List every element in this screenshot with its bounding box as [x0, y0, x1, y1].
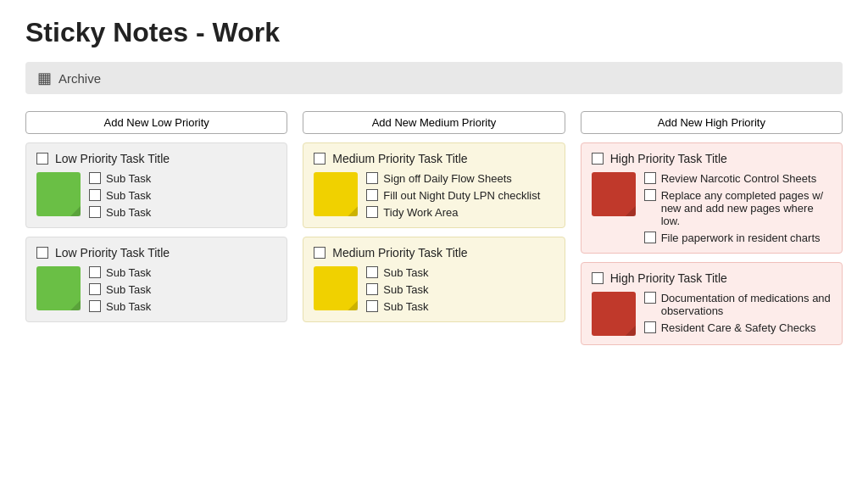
task-checkbox[interactable]	[36, 153, 48, 165]
task-title: Low Priority Task Title	[55, 152, 170, 165]
task-title-row: Medium Priority Task Title	[314, 246, 554, 260]
add-medium-priority-button[interactable]: Add New Medium Priority	[303, 111, 565, 134]
task-card: Medium Priority Task Title Sign off Dail…	[303, 142, 565, 228]
subtask-checkbox[interactable]	[366, 283, 378, 295]
subtask-label: Sub Task	[106, 189, 151, 202]
task-title: High Priority Task Title	[610, 152, 727, 165]
list-item: Review Narcotic Control Sheets	[644, 172, 832, 185]
subtask-list: Sub Task Sub Task Sub Task	[89, 266, 276, 313]
task-title-row: Low Priority Task Title	[36, 152, 276, 165]
task-checkbox[interactable]	[314, 247, 326, 259]
list-item: Resident Care & Safety Checks	[644, 321, 832, 334]
subtask-label: Sub Task	[383, 300, 428, 313]
sticky-note-yellow	[314, 266, 358, 310]
task-card: Low Priority Task Title Sub Task Sub Tas…	[25, 237, 287, 322]
subtask-checkbox[interactable]	[366, 266, 378, 278]
subtask-checkbox[interactable]	[366, 300, 378, 312]
list-item: Sub Task	[89, 206, 276, 219]
list-item: Sign off Daily Flow Sheets	[366, 172, 554, 185]
subtask-label: File paperwork in resident charts	[661, 232, 821, 244]
task-body: Sub Task Sub Task Sub Task	[314, 266, 554, 313]
subtask-list: Review Narcotic Control Sheets Replace a…	[644, 172, 832, 244]
subtask-label: Sub Task	[383, 283, 428, 296]
subtask-checkbox[interactable]	[89, 206, 101, 218]
list-item: Replace any completed pages w/ new and a…	[644, 189, 832, 227]
subtask-list: Sign off Daily Flow Sheets Fill out Nigh…	[366, 172, 554, 219]
subtask-checkbox[interactable]	[644, 172, 656, 184]
subtask-label: Sign off Daily Flow Sheets	[383, 172, 512, 185]
subtask-label: Documentation of medications and observa…	[661, 292, 832, 317]
page-container: Sticky Notes - Work ▦ Archive Add New Lo…	[0, 0, 868, 480]
subtask-checkbox[interactable]	[644, 232, 656, 243]
task-title: High Priority Task Title	[610, 271, 727, 285]
subtask-checkbox[interactable]	[644, 292, 656, 304]
task-checkbox[interactable]	[36, 247, 48, 259]
task-checkbox[interactable]	[592, 153, 604, 165]
subtask-label: Fill out Night Duty LPN checklist	[383, 189, 540, 202]
column-medium: Add New Medium Priority Medium Priority …	[303, 111, 565, 331]
archive-label: Archive	[58, 71, 101, 86]
list-item: Fill out Night Duty LPN checklist	[366, 189, 554, 202]
sticky-note-green	[36, 266, 81, 310]
task-title-row: High Priority Task Title	[592, 152, 832, 165]
task-title-row: Low Priority Task Title	[36, 246, 276, 260]
subtask-checkbox[interactable]	[89, 283, 101, 295]
task-title: Medium Priority Task Title	[332, 246, 467, 260]
column-low: Add New Low Priority Low Priority Task T…	[25, 111, 287, 331]
subtask-label: Sub Task	[106, 172, 151, 185]
task-card: Medium Priority Task Title Sub Task Sub …	[303, 237, 565, 322]
column-high: Add New High Priority High Priority Task…	[581, 111, 843, 354]
add-high-priority-button[interactable]: Add New High Priority	[581, 111, 843, 134]
add-low-priority-button[interactable]: Add New Low Priority	[25, 111, 287, 134]
task-title-row: Medium Priority Task Title	[314, 152, 554, 165]
archive-icon: ▦	[37, 69, 52, 87]
task-checkbox[interactable]	[314, 153, 326, 165]
task-card: High Priority Task Title Documentation o…	[581, 262, 843, 345]
sticky-note-yellow	[314, 172, 358, 216]
list-item: Sub Task	[89, 189, 276, 202]
subtask-label: Review Narcotic Control Sheets	[661, 172, 817, 185]
task-card: Low Priority Task Title Sub Task Sub Tas…	[25, 142, 287, 228]
subtask-checkbox[interactable]	[644, 189, 656, 201]
subtask-checkbox[interactable]	[644, 321, 656, 333]
task-title: Medium Priority Task Title	[332, 152, 467, 165]
task-body: Review Narcotic Control Sheets Replace a…	[592, 172, 832, 244]
task-title-row: High Priority Task Title	[592, 271, 832, 285]
task-body: Sub Task Sub Task Sub Task	[36, 266, 276, 313]
task-body: Sign off Daily Flow Sheets Fill out Nigh…	[314, 172, 554, 219]
list-item: Sub Task	[366, 283, 554, 296]
list-item: Tidy Work Area	[366, 206, 554, 219]
subtask-checkbox[interactable]	[89, 300, 101, 312]
columns: Add New Low Priority Low Priority Task T…	[25, 111, 843, 354]
page-title: Sticky Notes - Work	[25, 17, 843, 48]
task-body: Sub Task Sub Task Sub Task	[36, 172, 276, 219]
sticky-note-red	[592, 172, 636, 216]
subtask-checkbox[interactable]	[89, 172, 101, 184]
task-title: Low Priority Task Title	[55, 246, 170, 260]
subtask-checkbox[interactable]	[366, 189, 378, 201]
task-body: Documentation of medications and observa…	[592, 292, 832, 336]
subtask-label: Sub Task	[106, 300, 151, 313]
archive-bar[interactable]: ▦ Archive	[25, 62, 843, 94]
list-item: File paperwork in resident charts	[644, 232, 832, 244]
subtask-label: Sub Task	[106, 266, 151, 279]
task-card: High Priority Task Title Review Narcotic…	[581, 142, 843, 254]
subtask-label: Replace any completed pages w/ new and a…	[661, 189, 832, 227]
subtask-label: Sub Task	[106, 283, 151, 296]
subtask-label: Sub Task	[106, 206, 151, 219]
list-item: Sub Task	[366, 300, 554, 313]
subtask-checkbox[interactable]	[366, 172, 378, 184]
list-item: Sub Task	[366, 266, 554, 279]
list-item: Sub Task	[89, 172, 276, 185]
subtask-label: Tidy Work Area	[383, 206, 458, 219]
list-item: Sub Task	[89, 283, 276, 296]
task-checkbox[interactable]	[592, 272, 604, 284]
list-item: Sub Task	[89, 266, 276, 279]
subtask-checkbox[interactable]	[89, 266, 101, 278]
subtask-list: Sub Task Sub Task Sub Task	[366, 266, 554, 313]
list-item: Documentation of medications and observa…	[644, 292, 832, 317]
subtask-list: Documentation of medications and observa…	[644, 292, 832, 334]
subtask-label: Sub Task	[383, 266, 428, 279]
subtask-checkbox[interactable]	[366, 206, 378, 218]
subtask-checkbox[interactable]	[89, 189, 101, 201]
